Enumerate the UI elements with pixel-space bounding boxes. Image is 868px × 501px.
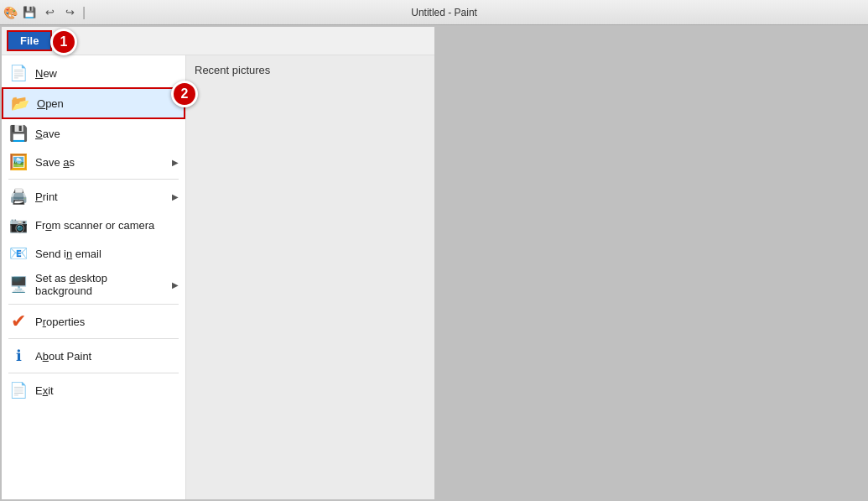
print-label: Print [35, 190, 165, 203]
print-arrow: ▶ [172, 192, 179, 201]
exit-label: Exit [35, 384, 179, 397]
window-title: Untitled - Paint [23, 7, 865, 18]
file-button-row: File [2, 27, 434, 55]
save-as-label: Save as [35, 156, 165, 169]
menu-list: 📄 New 📂 Open 2 💾 Save 🖼️ [2, 55, 186, 499]
recent-panel-title: Recent pictures [195, 64, 426, 76]
menu-item-from-scanner[interactable]: 📷 From scanner or camera [2, 211, 185, 239]
divider-2 [8, 304, 179, 305]
menu-item-properties[interactable]: ✔ Properties [2, 307, 185, 336]
properties-icon: ✔ [8, 311, 29, 331]
new-icon: 📄 [8, 63, 29, 83]
desktop-arrow: ▶ [172, 280, 179, 290]
app-icon: 🎨 [3, 6, 17, 19]
about-icon: ℹ [8, 346, 29, 366]
exit-icon: 📄 [8, 380, 29, 400]
desktop-icon: 🖥️ [8, 274, 29, 295]
recent-panel: Recent pictures [186, 55, 434, 499]
menu-item-open[interactable]: 📂 Open 2 [2, 87, 185, 119]
scanner-icon: 📷 [8, 215, 29, 235]
email-label: Send in email [35, 248, 179, 260]
menu-item-send-email[interactable]: 📧 Send in email [2, 239, 185, 268]
file-menu-panel: 1 File 📄 New 📂 Open 2 [0, 25, 436, 501]
main-container: 1 File 📄 New 📂 Open 2 [0, 25, 868, 501]
open-label: Open [37, 97, 177, 110]
title-bar: 🎨 💾 ↩ ↪ | Untitled - Paint [0, 0, 868, 25]
menu-item-about[interactable]: ℹ About Paint [2, 342, 185, 370]
menu-content: 📄 New 📂 Open 2 💾 Save 🖼️ [2, 55, 434, 499]
save-as-icon: 🖼️ [8, 152, 29, 172]
save-as-arrow: ▶ [172, 158, 179, 167]
new-label: New [35, 67, 179, 80]
menu-item-print[interactable]: 🖨️ Print ▶ [2, 182, 185, 211]
canvas-area [436, 25, 868, 501]
print-icon: 🖨️ [8, 186, 29, 206]
menu-item-exit[interactable]: 📄 Exit [2, 376, 185, 404]
save-icon: 💾 [8, 123, 29, 144]
divider-1 [8, 179, 179, 180]
save-label: Save [35, 128, 179, 140]
scanner-label: From scanner or camera [35, 219, 179, 232]
file-menu-button[interactable]: File [7, 30, 52, 51]
divider-3 [8, 338, 179, 339]
menu-item-save-as[interactable]: 🖼️ Save as ▶ [2, 148, 185, 176]
divider-4 [8, 373, 179, 373]
desktop-label: Set as desktop background [35, 272, 165, 297]
menu-item-new[interactable]: 📄 New [2, 59, 185, 87]
email-icon: 📧 [8, 243, 29, 264]
open-icon: 📂 [10, 93, 30, 113]
properties-label: Properties [35, 316, 179, 328]
menu-item-set-desktop[interactable]: 🖥️ Set as desktop background ▶ [2, 268, 185, 301]
menu-item-save[interactable]: 💾 Save [2, 119, 185, 148]
about-label: About Paint [35, 350, 179, 363]
